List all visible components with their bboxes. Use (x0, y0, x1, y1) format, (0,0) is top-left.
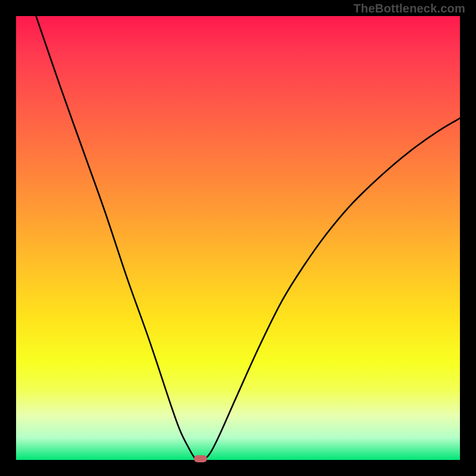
bottleneck-curve (16, 16, 460, 460)
chart-frame: TheBottleneck.com (0, 0, 476, 476)
watermark-text: TheBottleneck.com (353, 2, 465, 15)
plot-area (16, 16, 460, 460)
optimum-marker (194, 455, 207, 462)
